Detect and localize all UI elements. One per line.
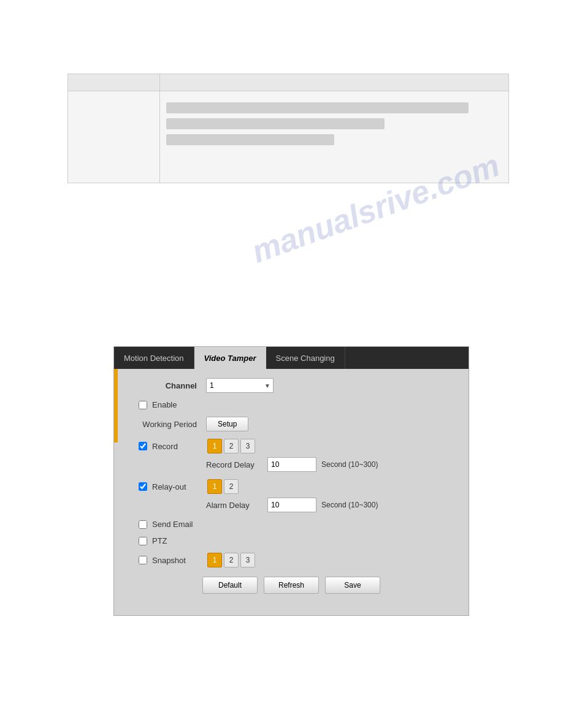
- placeholder-bar-2: [166, 118, 385, 129]
- relay-out-buttons: 1 2: [207, 479, 239, 494]
- tab-video-tamper[interactable]: Video Tamper: [194, 347, 266, 369]
- enable-row: Enable: [126, 400, 456, 409]
- record-delay-input[interactable]: [267, 457, 316, 472]
- channel-label: Channel: [126, 381, 206, 390]
- snapshot-btn-3[interactable]: 3: [240, 553, 255, 567]
- snapshot-checkbox[interactable]: [139, 556, 147, 564]
- channel-select-wrapper[interactable]: 1: [206, 378, 274, 393]
- setup-button[interactable]: Setup: [206, 417, 248, 431]
- record-btn-3[interactable]: 3: [240, 439, 255, 453]
- ptz-checkbox[interactable]: [139, 537, 147, 545]
- record-delay-row: Record Delay Second (10~300): [126, 457, 456, 472]
- record-delay-hint: Second (10~300): [321, 460, 378, 469]
- tab-motion-detection[interactable]: Motion Detection: [114, 347, 194, 369]
- record-btn-1[interactable]: 1: [207, 439, 222, 453]
- default-button[interactable]: Default: [202, 577, 258, 594]
- send-email-checkbox[interactable]: [139, 520, 147, 529]
- placeholder-bar-1: [166, 102, 469, 113]
- relay-btn-1[interactable]: 1: [207, 479, 222, 494]
- ptz-row: PTZ: [126, 536, 456, 545]
- left-accent: [114, 369, 118, 442]
- main-panel: Motion Detection Video Tamper Scene Chan…: [113, 346, 469, 616]
- enable-label: Enable: [152, 400, 177, 409]
- bottom-buttons: Default Refresh Save: [126, 577, 456, 594]
- send-email-row: Send Email: [126, 520, 456, 529]
- snapshot-row: Snapshot 1 2 3: [126, 553, 456, 567]
- refresh-button[interactable]: Refresh: [264, 577, 319, 594]
- record-buttons: 1 2 3: [207, 439, 255, 453]
- working-period-label: Working Period: [126, 420, 206, 429]
- placeholder-bar-3: [166, 134, 334, 145]
- top-table: [67, 74, 509, 183]
- record-btn-2[interactable]: 2: [224, 439, 239, 453]
- tabs-bar: Motion Detection Video Tamper Scene Chan…: [114, 347, 469, 369]
- alarm-delay-label: Alarm Delay: [206, 501, 261, 510]
- snapshot-label: Snapshot: [152, 556, 207, 565]
- form-content: Channel 1 Enable Working Period Setup Re…: [114, 369, 469, 603]
- save-button[interactable]: Save: [325, 577, 380, 594]
- snapshot-btn-2[interactable]: 2: [224, 553, 239, 567]
- ptz-label: PTZ: [152, 536, 167, 545]
- alarm-delay-row: Alarm Delay Second (10~300): [126, 498, 456, 512]
- snapshot-buttons: 1 2 3: [207, 553, 255, 567]
- record-checkbox[interactable]: [139, 442, 147, 450]
- record-delay-label: Record Delay: [206, 460, 261, 469]
- alarm-delay-hint: Second (10~300): [321, 501, 378, 509]
- enable-checkbox[interactable]: [139, 401, 147, 409]
- working-period-row: Working Period Setup: [126, 417, 456, 431]
- tab-scene-changing[interactable]: Scene Changing: [266, 347, 345, 369]
- snapshot-btn-1[interactable]: 1: [207, 553, 222, 567]
- channel-row: Channel 1: [126, 378, 456, 393]
- record-row: Record 1 2 3: [126, 439, 456, 453]
- channel-select[interactable]: 1: [206, 378, 274, 393]
- alarm-delay-input[interactable]: [267, 498, 316, 512]
- relay-out-label: Relay-out: [152, 482, 207, 491]
- record-label: Record: [152, 442, 207, 451]
- relay-btn-2[interactable]: 2: [224, 479, 239, 494]
- send-email-label: Send Email: [152, 520, 193, 529]
- relay-out-checkbox[interactable]: [139, 482, 147, 491]
- relay-out-row: Relay-out 1 2: [126, 479, 456, 494]
